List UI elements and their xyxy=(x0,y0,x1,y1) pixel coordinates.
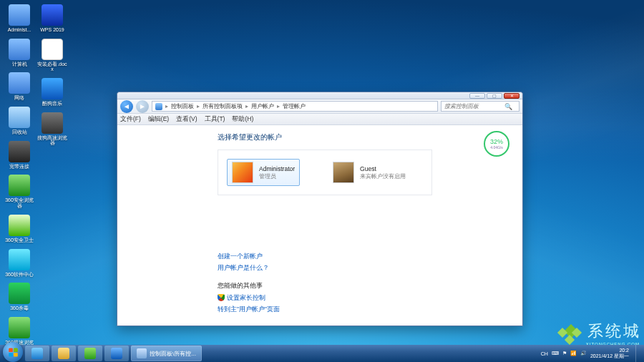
icon-label: 搜狗高速浏览器 xyxy=(37,135,67,146)
address-bar[interactable]: ▸ 控制面板 ▸ 所有控制面板项 ▸ 用户帐户 ▸ 管理帐户 xyxy=(152,101,438,112)
icon-label: Administ... xyxy=(8,27,31,33)
account-guest[interactable]: Guest来宾帐户没有启用 xyxy=(328,159,410,186)
recycle-bin-icon xyxy=(9,107,30,128)
tray-flag-icon[interactable]: ⚑ xyxy=(562,351,567,356)
desktop-icon-administrator[interactable]: Administ... xyxy=(4,4,34,33)
search-box[interactable]: 🔍 xyxy=(441,101,519,112)
icon-label: 回收站 xyxy=(12,129,27,135)
tray-clock[interactable]: 20:2 2021/4/12 星期一 xyxy=(590,348,629,358)
window-titlebar[interactable]: — ▢ ✕ xyxy=(117,92,522,99)
avatar xyxy=(232,162,253,183)
desktop-icon-360sd[interactable]: 360杀毒 xyxy=(4,283,34,311)
usage-ring[interactable]: 32% 4.04G/s xyxy=(484,131,509,157)
link-goto-main[interactable]: 转到主"用户帐户"页面 xyxy=(218,305,432,314)
tray-ime[interactable]: CH xyxy=(541,351,548,356)
computer-icon xyxy=(9,39,30,60)
desktop-icon-docx[interactable]: 安装必看.docx xyxy=(37,39,67,72)
desktop-icon-360safe[interactable]: 360安全卫士 xyxy=(4,215,34,243)
360dm-icon xyxy=(9,249,30,270)
nav-toolbar: ◄ ► ▸ 控制面板 ▸ 所有控制面板项 ▸ 用户帐户 ▸ 管理帐户 🔍 xyxy=(117,99,522,114)
link-new-account[interactable]: 创建一个新帐户 xyxy=(218,253,432,261)
ring-percent: 32% xyxy=(490,138,503,145)
search-icon[interactable]: 🔍 xyxy=(504,103,512,110)
icon-label: 360杀毒 xyxy=(10,305,29,311)
pinned-ie[interactable] xyxy=(25,346,49,361)
ring-sub: 4.04G/s xyxy=(490,145,503,150)
icon-label: 酷狗音乐 xyxy=(42,101,62,107)
account-list: Administrator管理员 Guest来宾帐户没有启用 xyxy=(218,150,432,195)
pinned-360[interactable] xyxy=(78,346,102,361)
icon-label: 安装必看.docx xyxy=(37,62,67,72)
desktop-icon-wps[interactable]: WPS 2019 xyxy=(37,4,67,33)
wps-icon xyxy=(42,4,63,26)
control-panel-window: — ▢ ✕ ◄ ► ▸ 控制面板 ▸ 所有控制面板项 ▸ 用户帐户 ▸ 管理帐户… xyxy=(117,92,523,326)
avatar xyxy=(333,162,354,183)
menu-file[interactable]: 文件(F) xyxy=(120,115,141,124)
desktop-icon-computer[interactable]: 计算机 xyxy=(4,39,34,67)
icon-label: 网络 xyxy=(14,95,24,101)
icon-label: 计算机 xyxy=(12,62,27,67)
breadcrumb-all[interactable]: 所有控制面板项 xyxy=(203,102,243,110)
search-input[interactable] xyxy=(444,103,502,109)
taskbar: 控制面板\所有控... CH ⌨ ⚑ 📶 🔊 20:2 2021/4/12 星期… xyxy=(0,345,644,362)
desktop-icon-broadband[interactable]: 宽带连接 xyxy=(4,141,34,170)
breadcrumb-root[interactable]: 控制面板 xyxy=(171,102,194,110)
360fast-icon xyxy=(9,317,30,338)
breadcrumb-manage[interactable]: 管理帐户 xyxy=(283,102,306,110)
desktop-icon-360se[interactable]: 360安全浏览器 xyxy=(4,175,34,208)
window-content: 32% 4.04G/s 选择希望更改的帐户 Administrator管理员 G… xyxy=(117,125,522,326)
menu-help[interactable]: 帮助(H) xyxy=(232,115,253,124)
icon-label: 360安全卫士 xyxy=(5,238,34,243)
link-parental[interactable]: 设置家长控制 xyxy=(218,294,432,303)
start-button[interactable] xyxy=(3,342,23,362)
docx-icon xyxy=(42,39,63,60)
pinned-explorer[interactable] xyxy=(52,346,76,361)
broadband-icon xyxy=(9,141,30,162)
windows-logo-icon xyxy=(8,347,19,358)
watermark-text: 系统城 xyxy=(587,321,641,342)
minimize-button[interactable]: — xyxy=(469,93,485,99)
link-what-is[interactable]: 用户帐户是什么？ xyxy=(218,264,432,273)
account-administrator[interactable]: Administrator管理员 xyxy=(227,159,300,186)
menu-tools[interactable]: 工具(T) xyxy=(205,115,225,124)
icon-label: 360软件中心 xyxy=(5,272,34,278)
control-panel-icon xyxy=(155,103,162,110)
task-control-panel[interactable]: 控制面板\所有控... xyxy=(131,346,202,361)
shield-icon xyxy=(218,294,225,301)
tray-sound-icon[interactable]: 🔊 xyxy=(580,351,587,356)
desktop-icon-360dm[interactable]: 360软件中心 xyxy=(4,249,34,278)
tray-network-icon[interactable]: 📶 xyxy=(570,351,577,356)
desktop-icon-sogou[interactable]: 搜狗高速浏览器 xyxy=(37,112,67,146)
breadcrumb-users[interactable]: 用户帐户 xyxy=(251,102,274,110)
clock-date: 2021/4/12 星期一 xyxy=(590,353,629,359)
menu-edit[interactable]: 编辑(E) xyxy=(148,115,169,124)
desktop-icon-kugou[interactable]: 酷狗音乐 xyxy=(37,78,67,107)
back-button[interactable]: ◄ xyxy=(120,100,133,113)
360sd-icon xyxy=(9,283,30,304)
task-label: 控制面板\所有控... xyxy=(150,350,196,358)
action-links: 创建一个新帐户 用户帐户是什么？ xyxy=(218,253,432,273)
pinned-kugou[interactable] xyxy=(104,346,129,361)
account-text: Administrator管理员 xyxy=(259,165,295,180)
folder-icon xyxy=(137,348,147,358)
icon-label: WPS 2019 xyxy=(40,27,64,33)
page-heading: 选择希望更改的帐户 xyxy=(218,132,432,142)
maximize-button[interactable]: ▢ xyxy=(487,93,502,99)
watermark: 系统城 xyxy=(559,319,641,343)
clock-time: 20:2 xyxy=(590,348,629,353)
kugou-icon xyxy=(42,78,63,99)
desktop-icon-recycle-bin[interactable]: 回收站 xyxy=(4,107,34,135)
tray-keyboard-icon[interactable]: ⌨ xyxy=(552,351,559,356)
show-desktop-button[interactable] xyxy=(635,345,641,362)
360se-icon xyxy=(9,175,30,196)
360safe-icon xyxy=(9,215,30,236)
other-links: 设置家长控制 转到主"用户帐户"页面 xyxy=(218,294,432,314)
desktop-icons: Administ...计算机网络回收站宽带连接360安全浏览器360安全卫士36… xyxy=(4,4,67,351)
forward-button[interactable]: ► xyxy=(136,100,149,113)
account-text: Guest来宾帐户没有启用 xyxy=(360,165,406,180)
sogou-icon xyxy=(42,112,63,134)
close-button[interactable]: ✕ xyxy=(504,93,519,99)
network-icon xyxy=(9,72,30,94)
desktop-icon-network[interactable]: 网络 xyxy=(4,72,34,101)
menu-view[interactable]: 查看(V) xyxy=(176,115,197,124)
